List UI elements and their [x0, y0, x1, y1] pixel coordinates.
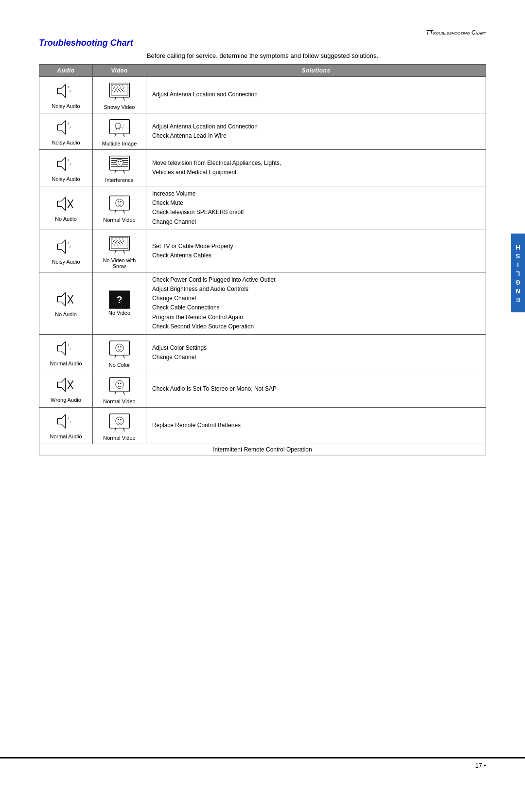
svg-rect-83 — [121, 242, 122, 243]
solution-5-0: Set TV or Cable Mode Properly — [152, 242, 482, 251]
video-cell-8: Normal Video — [93, 371, 146, 407]
no-audio-icon-1 — [54, 194, 78, 214]
solutions-cell-2: Adjust Antenna Location and Connection C… — [146, 113, 486, 150]
svg-rect-84 — [122, 241, 123, 242]
audio-label-1: Noisy Audio — [43, 103, 88, 109]
video-cell-9: Normal Video — [93, 407, 146, 444]
svg-line-64 — [123, 210, 124, 214]
svg-line-93 — [123, 251, 124, 254]
video-label-8: Normal Video — [97, 398, 142, 404]
solutions-cell-6: Check Power Cord is Plugged into Active … — [146, 272, 486, 334]
normal-video-icon-1 — [107, 193, 132, 215]
video-cell-1: Snowy Video — [93, 77, 146, 113]
solution-3-1: Vehicles and Medical Equipment — [152, 168, 482, 177]
svg-point-119 — [115, 417, 123, 425]
svg-rect-100 — [109, 341, 129, 355]
svg-line-123 — [123, 428, 124, 432]
svg-rect-87 — [115, 243, 116, 244]
video-cell-6: ? No Video — [93, 272, 146, 334]
audio-cell-5: ♪ ♪ Noisy Audio — [39, 230, 93, 272]
svg-point-110 — [115, 380, 123, 388]
svg-point-111 — [118, 382, 119, 383]
solution-2-0: Adjust Antenna Location and Connection — [152, 122, 482, 131]
section-header-text: Troubleshooting Chart — [429, 29, 486, 36]
solution-4-3: Change Channel — [152, 217, 482, 227]
svg-rect-13 — [113, 88, 114, 89]
normal-audio-icon-2: ♪ ♪ — [54, 412, 78, 431]
svg-rect-22 — [115, 90, 116, 91]
svg-point-52 — [118, 161, 119, 162]
solution-3-0: Move television from Electrical Applianc… — [152, 159, 482, 168]
svg-rect-27 — [123, 91, 124, 92]
audio-label-5: Noisy Audio — [43, 259, 88, 265]
svg-rect-82 — [120, 241, 121, 242]
svg-text:♪: ♪ — [69, 420, 71, 424]
solution-2-1: Check Antenna Lead-in Wire — [152, 131, 482, 141]
svg-rect-72 — [115, 238, 116, 239]
audio-cell-8: Wrong Audio — [39, 371, 93, 407]
noisy-audio-icon-5: ♪ ♪ — [54, 237, 78, 256]
svg-rect-81 — [118, 242, 119, 243]
noisy-audio-icon-1: ♪ ♪ — [54, 81, 78, 101]
audio-cell-9: ♪ ♪ Normal Audio — [39, 407, 93, 444]
svg-rect-21 — [114, 91, 115, 92]
no-video-snow-icon — [107, 233, 132, 255]
audio-cell-2: ♪ ♪ Noisy Audio — [39, 113, 93, 150]
no-audio-icon-2 — [54, 289, 78, 309]
solutions-cell-8: Check Audio Is Set To Stereo or Mono, No… — [146, 371, 486, 407]
svg-rect-88 — [117, 244, 118, 245]
svg-marker-94 — [57, 292, 65, 306]
svg-line-63 — [115, 210, 116, 214]
svg-rect-109 — [109, 377, 129, 391]
table-row: No Audio Normal Video — [39, 186, 486, 230]
solution-1-0: Adjust Antenna Location and Connection — [152, 90, 482, 99]
normal-video-icon-2 — [107, 374, 132, 396]
table-row: ♪ ♪ Noisy Audio — [39, 150, 486, 186]
noisy-audio-icon-3: ♪ ♪ — [54, 154, 78, 174]
audio-cell-6: No Audio — [39, 272, 93, 334]
svg-marker-97 — [57, 342, 65, 355]
multiple-image-icon — [107, 116, 132, 138]
svg-point-62 — [120, 201, 121, 202]
snowy-video-icon — [107, 80, 132, 102]
svg-point-120 — [118, 419, 119, 420]
svg-line-54 — [115, 170, 116, 174]
table-row: ♪ ♪ Noisy Audio — [39, 230, 486, 272]
video-label-1: Snowy Video — [97, 104, 142, 110]
svg-point-121 — [120, 419, 121, 420]
audio-cell-1: ♪ ♪ Noisy Audio — [39, 77, 93, 113]
svg-rect-118 — [109, 414, 129, 428]
svg-rect-59 — [109, 196, 129, 210]
svg-rect-91 — [122, 243, 122, 244]
solution-8-0: Check Audio Is Set To Stereo or Mono, No… — [152, 384, 482, 394]
svg-rect-25 — [120, 91, 121, 92]
audio-label-4: No Audio — [43, 216, 88, 222]
svg-marker-115 — [57, 415, 65, 428]
svg-rect-20 — [112, 90, 113, 91]
svg-point-112 — [120, 382, 121, 383]
svg-rect-80 — [116, 241, 117, 242]
solution-7-0: Adjust Color Settings — [152, 343, 482, 353]
svg-rect-8 — [117, 87, 118, 88]
solutions-cell-1: Adjust Antenna Location and Connection — [146, 77, 486, 113]
video-cell-4: Normal Video — [93, 186, 146, 230]
page-number: 17 • — [475, 762, 486, 769]
svg-point-51 — [116, 159, 123, 166]
audio-cell-3: ♪ ♪ Noisy Audio — [39, 150, 93, 186]
svg-line-29 — [123, 97, 124, 101]
svg-text:♪: ♪ — [69, 245, 71, 249]
page-wrapper: ENGLISH TTroubleshooting Chart Troublesh… — [0, 0, 525, 812]
video-label-6: No Video — [97, 310, 142, 316]
table-row: ♪ ♪ Noisy Audio — [39, 113, 486, 150]
svg-rect-14 — [115, 89, 116, 90]
video-label-5: No Video with Snow — [97, 257, 142, 269]
video-cell-3: Interference — [93, 150, 146, 186]
svg-point-61 — [118, 201, 119, 202]
solution-7-1: Change Channel — [152, 353, 482, 362]
svg-rect-77 — [123, 240, 124, 241]
video-label-7: No Color — [97, 362, 142, 368]
svg-rect-15 — [116, 88, 117, 89]
svg-rect-73 — [117, 240, 118, 241]
svg-point-101 — [115, 344, 123, 352]
audio-label-8: Wrong Audio — [43, 397, 88, 403]
